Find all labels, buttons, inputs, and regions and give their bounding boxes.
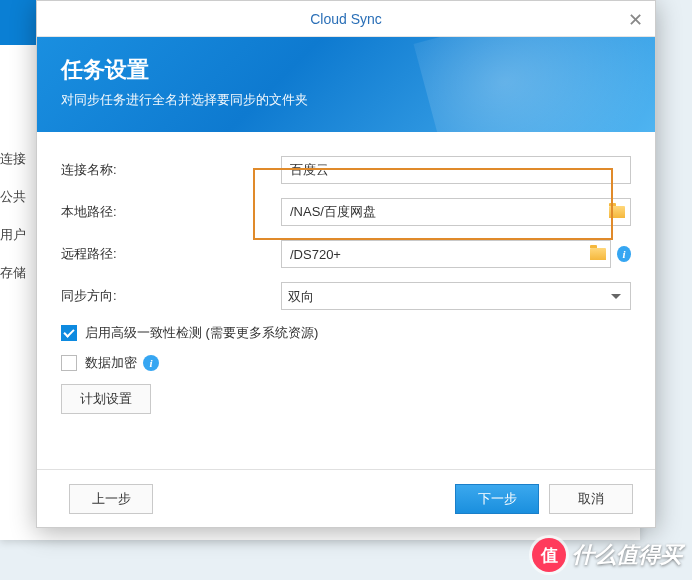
dialog-footer: 上一步 下一步 取消 [37,469,655,527]
label-conn-name: 连接名称: [61,161,281,179]
direction-select[interactable]: 双向 [281,282,631,310]
dialog-titlebar: Cloud Sync ✕ [37,1,655,37]
label-direction: 同步方向: [61,287,281,305]
bg-sidebar-item: 存储 [0,254,26,292]
encrypt-label: 数据加密 [85,354,137,372]
schedule-button[interactable]: 计划设置 [61,384,151,414]
remote-path-input[interactable] [281,240,585,268]
row-local-path: 本地路径: [61,198,631,226]
folder-icon [590,248,606,260]
info-icon[interactable]: i [143,355,159,371]
local-path-input[interactable] [281,198,603,226]
banner-heading: 任务设置 [61,55,631,85]
task-settings-dialog: Cloud Sync ✕ 任务设置 对同步任务进行全名并选择要同步的文件夹 连接… [36,0,656,528]
row-remote-path: 远程路径: i [61,240,631,268]
dialog-title: Cloud Sync [310,11,382,27]
encrypt-checkbox[interactable] [61,355,77,371]
dialog-banner: 任务设置 对同步任务进行全名并选择要同步的文件夹 [37,37,655,132]
watermark: 值 什么值得买 [532,538,682,572]
bg-sidebar-item: 连接 [0,140,26,178]
row-direction: 同步方向: 双向 [61,282,631,310]
next-button[interactable]: 下一步 [455,484,539,514]
conn-name-input[interactable] [281,156,631,184]
label-local-path: 本地路径: [61,203,281,221]
remote-path-browse-button[interactable] [585,240,611,268]
consistency-checkbox[interactable] [61,325,77,341]
form-area: 连接名称: 本地路径: 远程路径: i [37,132,655,469]
row-conn-name: 连接名称: [61,156,631,184]
consistency-label: 启用高级一致性检测 (需要更多系统资源) [85,324,318,342]
banner-subtitle: 对同步任务进行全名并选择要同步的文件夹 [61,91,631,109]
row-consistency: 启用高级一致性检测 (需要更多系统资源) [61,324,631,342]
cancel-button[interactable]: 取消 [549,484,633,514]
info-icon[interactable]: i [617,246,631,262]
bg-sidebar: 连接 公共 用户 存储 [0,140,26,292]
watermark-badge-icon: 值 [532,538,566,572]
label-remote-path: 远程路径: [61,245,281,263]
folder-icon [609,206,625,218]
bg-sidebar-item: 用户 [0,216,26,254]
watermark-text: 什么值得买 [572,540,682,570]
bg-sidebar-item: 公共 [0,178,26,216]
back-button[interactable]: 上一步 [69,484,153,514]
close-icon[interactable]: ✕ [628,9,643,31]
row-encrypt: 数据加密 i [61,354,631,372]
local-path-browse-button[interactable] [603,198,631,226]
